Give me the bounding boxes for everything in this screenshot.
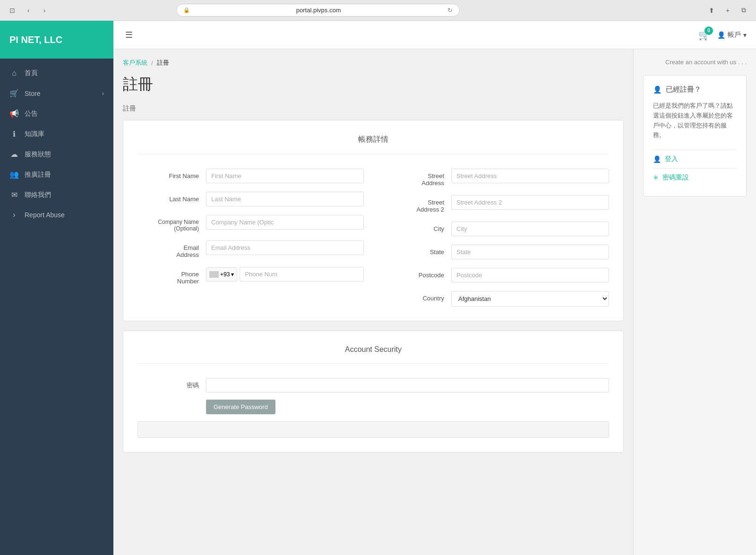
account-details-card: 帳務詳情 First Name Last Name bbox=[123, 120, 624, 321]
right-sidebar: Create an account with us . . . 👤 已經註冊？ … bbox=[633, 49, 756, 555]
sidebar-item-home[interactable]: ⌂ 首頁 bbox=[0, 63, 113, 83]
company-name-label: Company Name(Optional) bbox=[137, 215, 199, 232]
last-name-input[interactable] bbox=[206, 192, 364, 206]
company-name-input[interactable] bbox=[206, 215, 364, 230]
refresh-icon[interactable]: ↻ bbox=[447, 7, 453, 14]
top-bar: ☰ 🛒 0 👤 帳戶 ▾ bbox=[113, 21, 756, 49]
sidebar-toggle-btn[interactable]: ⊡ bbox=[6, 4, 19, 17]
city-row: City bbox=[383, 222, 609, 236]
sidebar-item-store[interactable]: 🛒 Store › bbox=[0, 83, 113, 103]
country-select-wrap: Afghanistan bbox=[451, 291, 609, 307]
country-code-select[interactable]: +93 ▾ bbox=[206, 267, 237, 282]
password-input[interactable] bbox=[206, 378, 609, 393]
browser-actions: ⬆ + ⧉ bbox=[705, 4, 750, 17]
login-link[interactable]: 👤 登入 bbox=[653, 150, 737, 168]
flag-icon bbox=[209, 271, 219, 278]
captcha-area[interactable] bbox=[137, 421, 609, 438]
generate-password-button[interactable]: Generate Password bbox=[206, 400, 275, 414]
account-box-header: 👤 已經註冊？ bbox=[653, 85, 737, 94]
back-btn[interactable]: ‹ bbox=[22, 4, 35, 17]
first-name-label: First Name bbox=[137, 169, 199, 179]
country-select[interactable]: Afghanistan bbox=[451, 291, 609, 307]
form-grid: First Name Last Name bbox=[137, 169, 609, 307]
email-label: EmailAddress bbox=[137, 240, 199, 258]
sidebar-item-knowledge[interactable]: ℹ 知識庫 bbox=[0, 124, 113, 144]
last-name-row: Last Name bbox=[137, 192, 364, 206]
street-address-input-wrap bbox=[451, 169, 609, 183]
street-address2-input-wrap bbox=[451, 195, 609, 210]
city-label: City bbox=[383, 222, 444, 232]
account-security-card: Account Security 密碼 Generate Password bbox=[123, 331, 624, 453]
password-row: 密碼 bbox=[137, 378, 609, 393]
right-sidebar-subtitle: Create an account with us . . . bbox=[643, 59, 747, 66]
sidebar-item-service[interactable]: ☁ 服務狀態 bbox=[0, 144, 113, 164]
postcode-input[interactable] bbox=[451, 268, 609, 282]
reset-label: 密碼重設 bbox=[662, 173, 689, 182]
state-input-wrap bbox=[451, 245, 609, 259]
generate-btn-row: Generate Password bbox=[137, 400, 609, 414]
state-input[interactable] bbox=[451, 245, 609, 259]
sidebar-item-label-announcements: 公告 bbox=[25, 110, 38, 118]
postcode-input-wrap bbox=[451, 268, 609, 282]
top-bar-right: 🛒 0 👤 帳戶 ▾ bbox=[698, 29, 747, 41]
login-person-icon: 👤 bbox=[653, 155, 661, 163]
user-menu-button[interactable]: 👤 帳戶 ▾ bbox=[717, 31, 747, 39]
login-label: 登入 bbox=[665, 155, 678, 163]
first-name-row: First Name bbox=[137, 169, 364, 183]
company-name-row: Company Name(Optional) bbox=[137, 215, 364, 232]
state-label: State bbox=[383, 245, 444, 256]
street-address-input[interactable] bbox=[451, 169, 609, 183]
account-label: 帳戶 bbox=[728, 31, 741, 39]
first-name-input[interactable] bbox=[206, 169, 364, 183]
last-name-input-wrap bbox=[206, 192, 364, 206]
sidebar: PI NET, LLC ⌂ 首頁 🛒 Store › 📢 公告 ℹ 知識庫 ☁ bbox=[0, 21, 113, 555]
street-address-row: StreetAddress bbox=[383, 169, 609, 187]
sidebar-item-announcements[interactable]: 📢 公告 bbox=[0, 103, 113, 124]
page-area: 客戶系統 / 註冊 註冊 註冊 帳務詳情 First Name bbox=[113, 49, 756, 555]
cart-button[interactable]: 🛒 0 bbox=[698, 29, 710, 41]
new-tab-btn[interactable]: + bbox=[721, 4, 734, 17]
first-name-input-wrap bbox=[206, 169, 364, 183]
lock-icon: 🔒 bbox=[183, 7, 190, 13]
main-content: ☰ 🛒 0 👤 帳戶 ▾ 客戶系統 bbox=[113, 21, 756, 555]
url-text: portal.pivps.com bbox=[193, 7, 445, 14]
email-input[interactable] bbox=[206, 240, 364, 255]
security-title: Account Security bbox=[137, 345, 609, 364]
form-right-col: StreetAddress StreetAddress 2 bbox=[383, 169, 609, 307]
breadcrumb-parent[interactable]: 客戶系統 bbox=[123, 59, 147, 67]
share-btn[interactable]: ⬆ bbox=[705, 4, 718, 17]
address-bar[interactable]: 🔒 portal.pivps.com ↻ bbox=[176, 4, 460, 17]
phone-number-input[interactable] bbox=[240, 267, 364, 282]
sidebar-item-label-home: 首頁 bbox=[25, 69, 38, 77]
sidebar-item-label-knowledge: 知識庫 bbox=[25, 130, 44, 138]
browser-nav-buttons: ⊡ ‹ › bbox=[6, 4, 51, 17]
forward-btn[interactable]: › bbox=[38, 4, 51, 17]
sidebar-item-report[interactable]: › Report Abuse bbox=[0, 205, 113, 225]
account-description: 已經是我們的客戶了嗎？請點選這個按鈕進入專屬於您的客戶中心，以管理您持有的服務。 bbox=[653, 101, 737, 140]
country-row: Country Afghanistan bbox=[383, 291, 609, 307]
hamburger-menu-btn[interactable]: ☰ bbox=[123, 27, 135, 43]
company-name-input-wrap bbox=[206, 215, 364, 230]
street-address2-input[interactable] bbox=[451, 195, 609, 210]
store-icon: 🛒 bbox=[9, 89, 19, 98]
store-arrow-icon: › bbox=[102, 90, 104, 97]
street-address-label: StreetAddress bbox=[383, 169, 444, 187]
sidebar-item-affiliate[interactable]: 👥 推廣註冊 bbox=[0, 164, 113, 185]
sidebar-item-contact[interactable]: ✉ 聯絡我們 bbox=[0, 185, 113, 205]
password-label: 密碼 bbox=[137, 381, 199, 390]
app-container: PI NET, LLC ⌂ 首頁 🛒 Store › 📢 公告 ℹ 知識庫 ☁ bbox=[0, 21, 756, 555]
phone-code: +93 bbox=[220, 271, 230, 278]
password-reset-link[interactable]: ✳ 密碼重設 bbox=[653, 168, 737, 187]
announcements-icon: 📢 bbox=[9, 109, 19, 118]
split-view-btn[interactable]: ⧉ bbox=[737, 4, 750, 17]
sidebar-item-label-contact: 聯絡我們 bbox=[25, 191, 51, 199]
city-input[interactable] bbox=[451, 222, 609, 236]
home-icon: ⌂ bbox=[9, 69, 19, 77]
user-filled-icon: 👤 bbox=[653, 85, 662, 94]
phone-code-dropdown-icon: ▾ bbox=[231, 271, 234, 278]
asterisk-icon: ✳ bbox=[653, 174, 659, 181]
service-icon: ☁ bbox=[9, 150, 19, 159]
email-input-wrap bbox=[206, 240, 364, 255]
contact-icon: ✉ bbox=[9, 190, 19, 199]
report-arrow-icon: › bbox=[9, 211, 19, 219]
